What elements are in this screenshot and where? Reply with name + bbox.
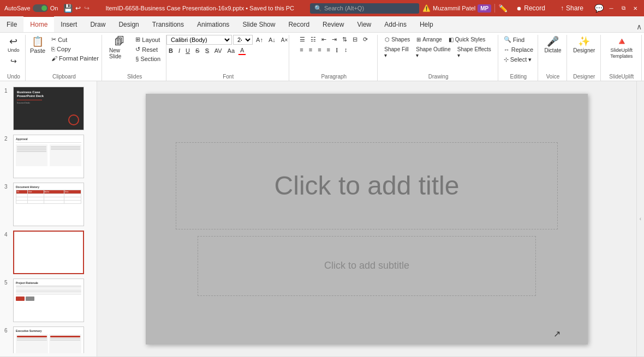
slide-thumb-4[interactable]: 4 — [0, 228, 97, 276]
reset-button[interactable]: ↺ Reset — [133, 45, 163, 54]
find-button[interactable]: 🔍 Find — [502, 35, 535, 44]
shrink-font-button[interactable]: A↓ — [266, 35, 278, 44]
share-button[interactable]: ↑ Share — [554, 2, 590, 14]
canvas-area[interactable]: Click to add title Click to add subtitle… — [97, 81, 636, 356]
tab-review[interactable]: Review — [316, 16, 350, 32]
cut-button[interactable]: ✂ Cut — [49, 35, 101, 44]
slide-preview-6[interactable]: Executive Summary — [13, 326, 84, 353]
autosave-toggle[interactable] — [33, 4, 48, 12]
columns-button[interactable]: ⫿ — [333, 45, 341, 54]
slide-thumb-3[interactable]: 3 Document History V#DateAuthorDesc — [0, 180, 97, 228]
select-button[interactable]: ⊹ Select ▾ — [502, 55, 535, 64]
arrange-button[interactable]: ⊞ Arrange — [414, 35, 445, 44]
record-header-button[interactable]: ⏺ Record — [511, 1, 551, 15]
tab-file[interactable]: File — [0, 16, 23, 32]
user-badge[interactable]: MP — [478, 4, 491, 13]
slide-thumb-1[interactable]: 1 Business Case PowerPoint Deck Document… — [0, 84, 97, 132]
slideuplit-templates-button[interactable]: 🔺 SlideUplift Templates — [605, 35, 638, 61]
text-dir-button[interactable]: ⇅ — [340, 35, 349, 44]
shadow-button[interactable]: S — [202, 46, 211, 55]
slide-preview-5[interactable]: Project Rationale — [13, 279, 84, 322]
slide-title-box[interactable]: Click to add title — [176, 142, 558, 229]
justify-button[interactable]: ≡ — [325, 45, 332, 54]
microphone-icon: 🎤 — [547, 37, 559, 46]
bullets-button[interactable]: ☰ — [297, 35, 307, 44]
tab-draw[interactable]: Draw — [84, 16, 112, 32]
grow-font-button[interactable]: A↑ — [254, 35, 265, 44]
slide-title-placeholder: Click to add title — [275, 171, 460, 201]
align-center-button[interactable]: ≡ — [307, 45, 314, 54]
underline-button[interactable]: U — [183, 46, 192, 55]
line-spacing-button[interactable]: ↕ — [342, 45, 350, 54]
editing-group-label: Editing — [510, 72, 527, 81]
slide-scroll-area[interactable]: 1 Business Case PowerPoint Deck Document… — [0, 84, 97, 353]
shape-outline-button[interactable]: Shape Outline ▾ — [414, 45, 454, 59]
redo-icon[interactable]: ↪ — [84, 4, 90, 12]
close-button[interactable]: ✕ — [631, 4, 640, 13]
save-icon[interactable]: 💾 — [63, 4, 72, 13]
search-box[interactable]: 🔍 Search (Alt+Q) — [310, 3, 419, 14]
align-text-button[interactable]: ⊟ — [350, 35, 360, 44]
tab-transitions[interactable]: Transitions — [146, 16, 190, 32]
comments-icon[interactable]: 💬 — [594, 4, 604, 13]
numbering-button[interactable]: ☷ — [308, 35, 318, 44]
slide-preview-4[interactable] — [13, 231, 84, 274]
share-label: Share — [566, 4, 583, 12]
replace-button[interactable]: ↔ Replace — [502, 45, 535, 54]
slide-preview-1[interactable]: Business Case PowerPoint Deck Document D… — [13, 87, 84, 130]
slide-thumb-5[interactable]: 5 Project Rationale — [0, 276, 97, 324]
clipboard-group-items: 📋 Paste ✂ Cut ⎘ Copy 🖌 Format Painter — [27, 35, 101, 72]
minimize-button[interactable]: ─ — [607, 4, 616, 13]
tab-record[interactable]: Record — [282, 16, 316, 32]
shapes-button[interactable]: ⬡ Shapes — [382, 35, 413, 44]
change-case-button[interactable]: Aa — [225, 46, 237, 55]
align-right-button[interactable]: ≡ — [315, 45, 323, 54]
quick-styles-button[interactable]: ◧ Quick Styles — [446, 35, 488, 44]
undo-icon[interactable]: ↩ — [75, 4, 81, 12]
font-color-button[interactable]: A — [238, 46, 246, 55]
bold-button[interactable]: B — [166, 46, 175, 55]
designer-button[interactable]: ✨ Designer — [570, 35, 598, 55]
tab-animations[interactable]: Animations — [190, 16, 236, 32]
slide-thumb-6[interactable]: 6 Executive Summary — [0, 324, 97, 353]
layout-button[interactable]: ⊞ Layout — [133, 35, 163, 44]
dec-indent-button[interactable]: ⇤ — [319, 35, 329, 44]
align-left-button[interactable]: ≡ — [297, 45, 305, 54]
slide-preview-2[interactable]: Approval — [13, 135, 84, 178]
tab-design[interactable]: Design — [112, 16, 145, 32]
restore-button[interactable]: ⧉ — [619, 4, 628, 13]
char-spacing-button[interactable]: AV — [212, 46, 224, 55]
paste-button[interactable]: 📋 Paste — [27, 35, 48, 56]
copy-button[interactable]: ⎘ Copy — [49, 45, 101, 53]
ribbon-collapse-button[interactable]: ∧ — [634, 21, 644, 32]
dictate-button[interactable]: 🎤 Dictate — [541, 35, 564, 55]
italic-button[interactable]: I — [176, 46, 182, 55]
panel-toggle-button[interactable]: ‹ — [640, 216, 641, 222]
tab-view[interactable]: View — [350, 16, 378, 32]
smartart-button[interactable]: ⟳ — [361, 35, 370, 44]
slide-canvas[interactable]: Click to add title Click to add subtitle… — [146, 94, 588, 344]
section-button[interactable]: § Section — [133, 55, 163, 63]
font-size-select[interactable]: 24 — [233, 35, 253, 45]
drawing-controls: ⬡ Shapes ⊞ Arrange ◧ Quick Styles — [382, 35, 494, 59]
tab-insert[interactable]: Insert — [54, 16, 84, 32]
format-painter-button[interactable]: 🖌 Format Painter — [49, 54, 101, 63]
slide-panel: 1 Business Case PowerPoint Deck Document… — [0, 81, 97, 356]
font-name-select[interactable]: Calibri (Body) — [166, 35, 232, 45]
slide-subtitle-box[interactable]: Click to add subtitle — [198, 236, 536, 296]
tab-addins[interactable]: Add-ins — [378, 16, 413, 32]
inc-indent-button[interactable]: ⇥ — [330, 35, 339, 44]
clear-format-button[interactable]: A× — [279, 36, 290, 44]
tab-help[interactable]: Help — [413, 16, 440, 32]
shape-fill-button[interactable]: Shape Fill ▾ — [382, 45, 413, 59]
tab-home[interactable]: Home — [23, 16, 54, 32]
redo-button[interactable]: ↪ — [5, 56, 22, 66]
strikethrough-button[interactable]: S — [193, 46, 201, 55]
slide-preview-3[interactable]: Document History V#DateAuthorDesc — [13, 183, 84, 226]
slide-thumb-2[interactable]: 2 Approval — [0, 132, 97, 180]
shape-effects-button[interactable]: Shape Effects ▾ — [455, 45, 494, 59]
edit-icon[interactable]: ✏️ — [498, 4, 508, 13]
tab-slideshow[interactable]: Slide Show — [236, 16, 282, 32]
undo-button[interactable]: ↩ Undo — [5, 35, 22, 55]
new-slide-button[interactable]: 🗐 New Slide — [106, 35, 132, 61]
